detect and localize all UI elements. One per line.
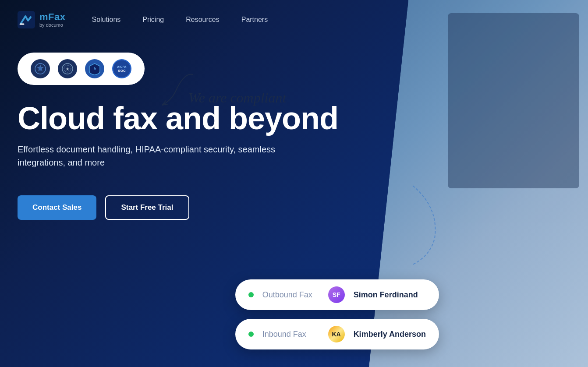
nav-link-partners[interactable]: Partners [241, 16, 268, 23]
outbound-fax-person-name: Simon Ferdinand [354, 290, 418, 300]
svg-text:AICPA: AICPA [117, 65, 126, 68]
logo-icon [18, 11, 35, 28]
badge-dhs [31, 59, 50, 78]
logo[interactable]: mFax by documo [18, 11, 65, 28]
logo-text: mFax by documo [39, 12, 65, 28]
outbound-fax-card: Outbound Fax SF Simon Ferdinand [235, 279, 439, 310]
inbound-avatar-initials: KA [332, 331, 341, 338]
nav-link-pricing[interactable]: Pricing [142, 16, 164, 23]
outbound-avatar-initials: SF [333, 291, 340, 298]
svg-text:SOC: SOC [118, 69, 126, 73]
nav-links: Solutions Pricing Resources Partners [92, 16, 268, 24]
svg-text:⚕: ⚕ [94, 67, 96, 71]
start-trial-button[interactable]: Start Free Trial [105, 195, 189, 220]
hero-content: ★ ⚕ AICPA SOC [18, 53, 377, 220]
badge-aicpa-soc: AICPA SOC [112, 59, 131, 78]
inbound-fax-avatar: KA [328, 326, 345, 342]
badges-pill: ★ ⚕ AICPA SOC [18, 53, 145, 85]
hero-subline: Effortless document handling, HIPAA-comp… [18, 143, 298, 169]
inbound-fax-label: Inbound Fax [262, 330, 319, 339]
logo-tagline: by documo [39, 22, 65, 28]
svg-text:★: ★ [66, 67, 70, 71]
dashed-curve-decoration [369, 181, 457, 271]
outbound-fax-avatar: SF [328, 286, 345, 303]
contact-sales-button[interactable]: Contact Sales [18, 195, 96, 220]
badge-hipaa: ⚕ [85, 59, 104, 78]
navigation: mFax by documo Solutions Pricing Resourc… [0, 0, 588, 39]
nav-item-pricing[interactable]: Pricing [142, 16, 164, 24]
hero-headline: Cloud fax and beyond [18, 102, 377, 134]
outbound-status-dot [248, 292, 254, 297]
inbound-status-dot [248, 332, 254, 337]
fax-cards-container: Outbound Fax SF Simon Ferdinand Inbound … [235, 279, 439, 349]
nav-item-resources[interactable]: Resources [186, 16, 219, 24]
svg-point-2 [39, 67, 42, 71]
outbound-fax-label: Outbound Fax [262, 290, 319, 300]
inbound-fax-card: Inbound Fax KA Kimberly Anderson [235, 319, 439, 349]
logo-brand-name: mFax [39, 12, 65, 22]
svg-rect-0 [18, 11, 35, 28]
badge-certified: ★ [58, 59, 77, 78]
nav-link-solutions[interactable]: Solutions [92, 16, 120, 23]
hero-buttons: Contact Sales Start Free Trial [18, 195, 377, 220]
inbound-fax-person-name: Kimberly Anderson [354, 330, 426, 339]
nav-link-resources[interactable]: Resources [186, 16, 219, 23]
nav-item-partners[interactable]: Partners [241, 16, 268, 24]
compliance-bar: ★ ⚕ AICPA SOC [18, 53, 377, 85]
hero-section: mFax by documo Solutions Pricing Resourc… [0, 0, 588, 367]
nav-item-solutions[interactable]: Solutions [92, 16, 120, 24]
